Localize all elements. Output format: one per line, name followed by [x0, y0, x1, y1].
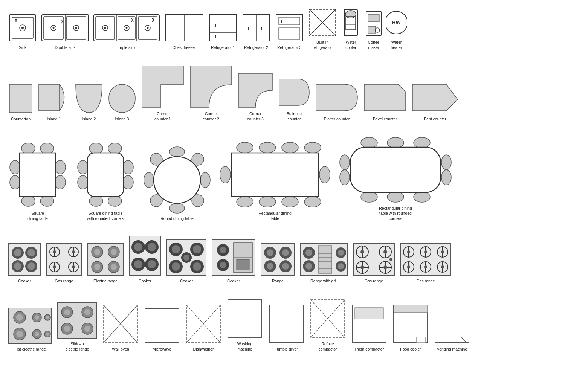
divider1	[8, 59, 557, 59]
svg-point-225	[424, 250, 427, 253]
svg-point-80	[170, 147, 185, 157]
round-dining-icon	[143, 146, 211, 214]
svg-point-128	[72, 250, 75, 253]
square-dining-label: Squaredining table	[27, 211, 48, 221]
flat-electric-range-item: Flat electric range	[8, 307, 53, 352]
svg-point-13	[75, 27, 77, 29]
gas-range3-icon	[399, 243, 452, 276]
square-dining-icon	[8, 141, 68, 209]
microwave-item: Microwave	[143, 307, 181, 352]
gas-range1-item: Gas range	[45, 243, 83, 284]
triple-sink-icon	[93, 13, 160, 43]
vending-machine-item: Vending machine	[433, 303, 471, 352]
gas-range1-label: Gas range	[55, 279, 73, 284]
square-dining-rounded-label: Square dining tablewith rounded corners	[87, 211, 124, 221]
water-cooler-label: Watercooler	[345, 40, 356, 50]
trash-compactor-icon	[350, 303, 388, 345]
svg-point-10	[53, 27, 55, 29]
svg-rect-60	[39, 84, 60, 111]
svg-rect-199	[353, 244, 394, 275]
divider2	[8, 131, 557, 131]
cooker4-label: Cooker	[227, 279, 240, 284]
svg-rect-271	[228, 300, 262, 337]
range-icon	[260, 243, 296, 276]
svg-point-93	[237, 197, 253, 207]
svg-point-69	[55, 175, 66, 189]
svg-point-78	[123, 175, 133, 189]
counters-section: Countertop Island 1 Island 2 Island 3 Co…	[8, 64, 557, 122]
svg-point-252	[35, 332, 39, 336]
svg-point-176	[267, 249, 273, 256]
svg-rect-61	[109, 84, 135, 113]
svg-point-261	[64, 326, 70, 332]
food-cooler-label: Food cooler	[400, 347, 421, 352]
svg-rect-79	[87, 153, 124, 197]
wall-oven-item: Wall oven	[102, 303, 139, 352]
svg-point-72	[108, 143, 122, 154]
rectangular-dining-label: Rectangular dining table	[254, 211, 296, 221]
flat-electric-range-label: Flat electric range	[14, 347, 46, 352]
double-sink-item: Double sink	[41, 13, 90, 50]
svg-rect-188	[318, 246, 332, 273]
svg-point-74	[108, 196, 122, 206]
svg-rect-280	[416, 337, 426, 343]
dishwasher-item: Dishwasher	[185, 303, 222, 352]
platter-counter-icon	[314, 81, 359, 114]
island1-label: Island 1	[47, 117, 61, 122]
rectangular-dining-rounded-label: Rectangular dining table with rounded co…	[375, 206, 416, 221]
square-dining-item: Squaredining table	[8, 141, 68, 221]
electric-range-label: Electric range	[93, 279, 118, 284]
svg-point-64	[21, 196, 35, 206]
bevel-counter-label: Bevel counter	[373, 117, 397, 122]
gas-range3-item: Gas range	[399, 243, 452, 284]
range-grill-label: Range with grill	[310, 279, 337, 284]
svg-point-216	[389, 258, 392, 261]
svg-point-237	[424, 265, 427, 268]
svg-rect-272	[269, 305, 303, 343]
svg-point-185	[305, 249, 312, 256]
svg-point-259	[84, 309, 90, 315]
platter-counter-item: Platter counter	[314, 81, 359, 122]
svg-point-229	[441, 250, 444, 253]
gas-range2-icon	[352, 243, 396, 276]
svg-point-108	[441, 155, 451, 170]
bent-counter-label: Bent counter	[424, 117, 446, 122]
svg-point-106	[340, 155, 350, 170]
tumble-dryer-item: Tumble dryer	[267, 303, 305, 352]
svg-point-150	[148, 243, 156, 251]
range-grill-icon	[299, 243, 348, 276]
cooker3-item: Cooker	[166, 239, 207, 284]
refuse-compactor-label: Refusecompactor	[318, 342, 337, 352]
corner-counter3-icon	[237, 72, 274, 109]
refrigerator1-label: Refrigerator 1	[211, 45, 235, 50]
chest-freezer-item: Chest freezer	[163, 13, 205, 50]
svg-point-124	[53, 250, 56, 253]
builtin-refrigerator-item: Built-inrefrigerator	[307, 8, 337, 50]
svg-point-96	[304, 197, 321, 207]
divider4	[8, 293, 557, 293]
svg-point-62	[21, 143, 35, 154]
svg-point-89	[237, 142, 253, 153]
dishwasher-icon	[185, 303, 222, 345]
cooker1-item: Cooker	[8, 243, 41, 284]
island3-icon	[107, 81, 137, 114]
bullnose-counter-icon	[277, 75, 311, 109]
range-grill-item: Range with grill	[299, 243, 348, 284]
svg-point-97	[220, 166, 231, 183]
microwave-label: Microwave	[153, 347, 171, 352]
refrigerator1-icon	[208, 13, 238, 43]
water-cooler-icon	[341, 8, 361, 38]
svg-point-161	[183, 255, 189, 261]
svg-point-178	[282, 249, 289, 256]
double-sink-icon	[41, 13, 90, 43]
wall-oven-icon	[102, 303, 139, 345]
bent-counter-icon	[411, 81, 460, 114]
sinks-appliances-section: Sink Double sink	[8, 8, 557, 50]
svg-point-95	[282, 197, 298, 207]
food-cooler-item: Food cooler	[392, 303, 429, 352]
flat-electric-range-icon	[8, 307, 53, 345]
svg-point-103	[361, 192, 377, 202]
builtin-refrigerator-icon	[307, 8, 337, 38]
coffee-maker-label: Coffeemaker	[368, 40, 380, 50]
svg-point-105	[414, 192, 430, 202]
